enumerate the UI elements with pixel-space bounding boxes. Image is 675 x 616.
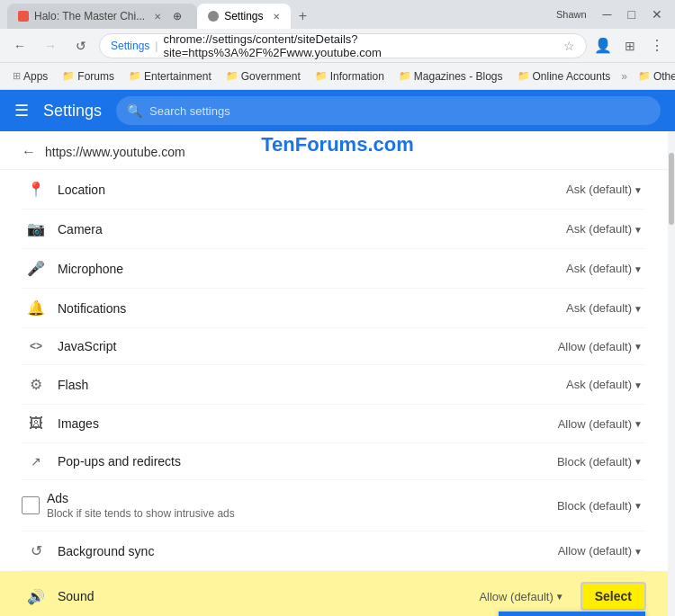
other-folder-icon: 📁 [638, 70, 651, 82]
sound-value: Allow (default) [479, 590, 567, 603]
bookmark-apps-label: Apps [23, 70, 48, 83]
ads-sublabel: Block if site tends to show intrusive ad… [47, 507, 502, 520]
back-arrow-icon[interactable]: ← [22, 144, 36, 160]
url-text: chrome://settings/content/siteDetails?si… [163, 32, 558, 59]
profile-icon[interactable]: 👤 [592, 35, 614, 57]
camera-dropdown-wrapper[interactable]: Ask (default) ▼ [566, 222, 646, 236]
bookmark-apps[interactable]: ⊞ Apps [7, 67, 53, 85]
bookmarks-overflow[interactable]: » [621, 70, 627, 83]
close-button[interactable]: ✕ [646, 7, 668, 22]
flash-dropdown-wrapper[interactable]: Ask (default) ▼ [566, 378, 646, 391]
chrome-label: Settings [111, 40, 149, 52]
bookmarks-bar: ⊞ Apps 📁 Forums 📁 Entertainment 📁 Govern… [0, 63, 675, 90]
ads-dropdown-wrapper[interactable]: Block (default) ▼ [557, 499, 646, 513]
notifications-dropdown-wrapper[interactable]: Ask (default) ▼ [566, 301, 646, 315]
images-icon: 🖼 [22, 415, 50, 432]
popups-label-group: Pop-ups and redirects [50, 454, 502, 469]
bookmark-online-accounts[interactable]: 📁 Online Accounts [512, 67, 616, 85]
background-sync-dropdown-wrapper[interactable]: Allow (default) ▼ [558, 544, 646, 558]
sound-dropdown-open: Allow (default) Allow Block [498, 611, 646, 616]
sound-icon: 🔊 [22, 588, 50, 605]
star-icon[interactable]: ☆ [563, 39, 575, 53]
camera-icon: 📷 [22, 220, 50, 237]
tab-halo[interactable]: Halo: The Master Chi... ✕ ⊕ [7, 4, 197, 29]
sound-control[interactable]: Allow (default) ▼ Allow (default) Allow … [479, 582, 646, 611]
url-icons: ☆ [563, 39, 575, 53]
tab-halo-label: Halo: The Master Chi... [34, 10, 145, 22]
javascript-control[interactable]: Allow (default) ▼ [502, 340, 646, 353]
title-bar-left: Halo: The Master Chi... ✕ ⊕ Settings ✕ + [7, 0, 316, 29]
bookmark-other[interactable]: 📁 Other bookmarks [633, 67, 675, 85]
javascript-value: Allow (default) [558, 340, 646, 353]
new-tab-button[interactable]: + [291, 4, 316, 29]
scrollbar-thumb[interactable] [669, 153, 674, 225]
tab-settings-close[interactable]: ✕ [273, 12, 280, 22]
site-url: https://www.youtube.com [45, 145, 185, 159]
javascript-label-group: JavaScript [50, 339, 502, 353]
scrollbar[interactable] [668, 131, 675, 616]
bookmark-other-label: Other bookmarks [653, 70, 675, 83]
setting-row-javascript: <> JavaScript Allow (default) ▼ [22, 328, 646, 365]
ads-control[interactable]: Block (default) ▼ [502, 499, 646, 513]
camera-label: Camera [58, 222, 502, 237]
select-badge[interactable]: Select [580, 582, 646, 611]
location-control[interactable]: Ask (default) ▼ [502, 183, 646, 196]
hamburger-menu[interactable]: ☰ [14, 101, 29, 121]
notifications-icon: 🔔 [22, 299, 50, 317]
setting-row-location: 📍 Location Ask (default) ▼ [22, 170, 646, 210]
forward-button[interactable]: → [38, 33, 63, 58]
notifications-value: Ask (default) [566, 301, 646, 315]
microphone-control[interactable]: Ask (default) ▼ [502, 262, 646, 275]
bookmark-information-label: Information [330, 70, 384, 83]
popups-label: Pop-ups and redirects [58, 454, 502, 469]
title-bar: Halo: The Master Chi... ✕ ⊕ Settings ✕ +… [0, 0, 675, 29]
maximize-button[interactable]: □ [623, 7, 641, 22]
location-label: Location [58, 183, 502, 197]
bookmark-information[interactable]: 📁 Information [310, 67, 390, 85]
bookmark-online-accounts-label: Online Accounts [533, 70, 611, 83]
images-control[interactable]: Allow (default) ▼ [502, 417, 646, 431]
popups-dropdown-wrapper[interactable]: Block (default) ▼ [557, 455, 646, 469]
javascript-dropdown-wrapper[interactable]: Allow (default) ▼ [558, 340, 646, 353]
tab-settings[interactable]: Settings ✕ [197, 4, 290, 29]
bookmark-entertainment[interactable]: 📁 Entertainment [123, 67, 217, 85]
bookmark-magazines[interactable]: 📁 Magazines - Blogs [393, 67, 508, 85]
tab-halo-close[interactable]: ✕ [154, 12, 161, 22]
search-icon: 🔍 [127, 103, 142, 118]
settings-search-bar[interactable]: 🔍 Search settings [116, 96, 661, 125]
microphone-dropdown-wrapper[interactable]: Ask (default) ▼ [566, 262, 646, 275]
settings-header: ☰ Settings 🔍 Search settings [0, 90, 675, 131]
flash-value: Ask (default) [566, 378, 646, 391]
flash-icon: ⚙ [22, 376, 50, 393]
setting-row-popups: ↗ Pop-ups and redirects Block (default) … [22, 443, 646, 480]
popups-control[interactable]: Block (default) ▼ [502, 455, 646, 469]
sound-label: Sound [58, 589, 479, 603]
bookmark-government[interactable]: 📁 Government [220, 67, 306, 85]
refresh-button[interactable]: ↺ [68, 33, 94, 58]
flash-control[interactable]: Ask (default) ▼ [502, 378, 646, 391]
notifications-control[interactable]: Ask (default) ▼ [502, 301, 646, 315]
ads-label-group: Ads Block if site tends to show intrusiv… [40, 491, 502, 520]
user-name: Shawn [556, 9, 587, 20]
back-button[interactable]: ← [7, 33, 32, 58]
location-dropdown-wrapper[interactable]: Ask (default) ▼ [566, 183, 646, 196]
setting-row-microphone: 🎤 Microphone Ask (default) ▼ [22, 249, 646, 289]
setting-row-background-sync: ↺ Background sync Allow (default) ▼ [22, 531, 646, 571]
notifications-label: Notifications [58, 301, 502, 316]
minimize-button[interactable]: ─ [598, 7, 617, 22]
sound-option-allow-default[interactable]: Allow (default) [499, 612, 645, 616]
images-dropdown-wrapper[interactable]: Allow (default) ▼ [558, 417, 646, 431]
menu-icon[interactable]: ⋮ [646, 35, 668, 57]
address-bar: ← → ↺ Settings | chrome://settings/conte… [0, 29, 675, 63]
url-bar[interactable]: Settings | chrome://settings/content/sit… [99, 33, 587, 58]
setting-row-notifications: 🔔 Notifications Ask (default) ▼ [22, 289, 646, 328]
bookmark-forums[interactable]: 📁 Forums [57, 67, 120, 85]
sound-dropdown-wrapper[interactable]: Allow (default) ▼ [479, 590, 567, 603]
setting-row-images: 🖼 Images Allow (default) ▼ [22, 405, 646, 443]
background-sync-control[interactable]: Allow (default) ▼ [502, 544, 646, 558]
tab-group: Halo: The Master Chi... ✕ ⊕ Settings ✕ + [7, 0, 316, 29]
halo-favicon [18, 11, 29, 22]
new-tab-icon[interactable]: ⊕ [168, 7, 186, 25]
extensions-icon[interactable]: ⊞ [619, 35, 641, 57]
camera-control[interactable]: Ask (default) ▼ [502, 222, 646, 236]
